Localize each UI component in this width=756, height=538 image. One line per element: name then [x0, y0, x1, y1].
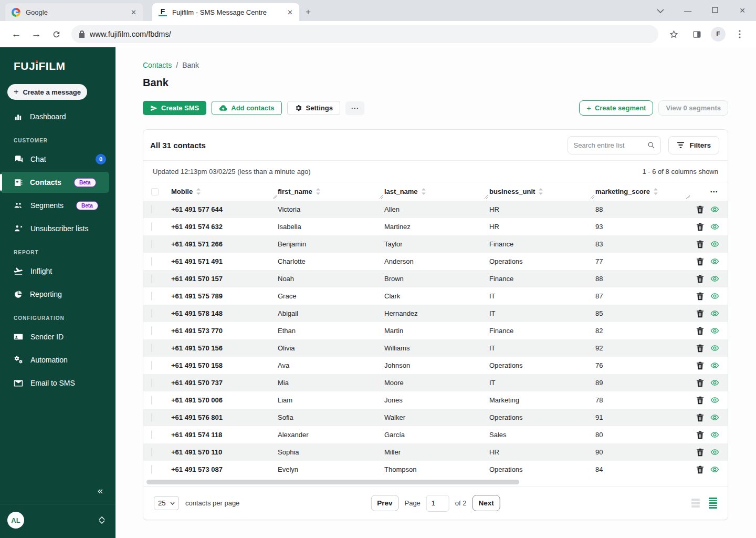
view-contact-button[interactable]: [710, 222, 719, 231]
tab-search-chevron-icon[interactable]: [647, 6, 674, 15]
delete-contact-button[interactable]: [696, 222, 705, 231]
delete-contact-button[interactable]: [696, 396, 705, 405]
bookmark-star-icon[interactable]: [665, 25, 682, 43]
delete-contact-button[interactable]: [696, 326, 705, 335]
view-contact-button[interactable]: [710, 309, 719, 318]
view-contact-button[interactable]: [710, 274, 719, 283]
select-all-checkbox[interactable]: [151, 188, 159, 195]
sidebar-item-unsubscriber-lists[interactable]: Unsubscriber lists: [0, 218, 116, 239]
row-checkbox[interactable]: [151, 240, 152, 249]
row-checkbox[interactable]: [151, 257, 152, 266]
tab-fujifilm[interactable]: F Fujifilm - SMS Message Centre ✕: [152, 3, 299, 21]
row-checkbox[interactable]: [151, 326, 152, 335]
row-checkbox[interactable]: [151, 378, 152, 387]
create-segment-button[interactable]: + Create segment: [579, 100, 653, 116]
column-resize-handle[interactable]: [272, 192, 277, 200]
view-contact-button[interactable]: [710, 448, 719, 457]
view-contact-button[interactable]: [710, 344, 719, 353]
sort-icon[interactable]: [196, 188, 201, 195]
page-number-input[interactable]: [426, 495, 449, 512]
row-checkbox[interactable]: [151, 205, 152, 214]
window-maximize-button[interactable]: [701, 6, 729, 15]
side-panel-icon[interactable]: [688, 25, 706, 43]
breadcrumb-contacts-link[interactable]: Contacts: [143, 61, 172, 69]
delete-contact-button[interactable]: [696, 344, 705, 353]
row-checkbox[interactable]: [151, 292, 152, 301]
delete-contact-button[interactable]: [696, 465, 705, 474]
sidebar-item-sender-id[interactable]: Sender ID: [0, 326, 116, 347]
settings-button[interactable]: Settings: [287, 101, 340, 115]
window-minimize-button[interactable]: —: [674, 6, 701, 15]
row-density-comfortable-button[interactable]: [691, 499, 700, 508]
delete-contact-button[interactable]: [696, 309, 705, 318]
row-checkbox[interactable]: [151, 448, 152, 457]
create-message-button[interactable]: + Create a message: [7, 84, 87, 100]
delete-contact-button[interactable]: [696, 378, 705, 387]
window-close-button[interactable]: ✕: [729, 6, 756, 15]
scrollbar-thumb[interactable]: [146, 480, 519, 484]
delete-contact-button[interactable]: [696, 257, 705, 266]
row-checkbox[interactable]: [151, 413, 152, 422]
sidebar-item-inflight[interactable]: Inflight: [0, 261, 116, 282]
more-actions-button[interactable]: ⋯: [345, 101, 364, 115]
delete-contact-button[interactable]: [696, 361, 705, 370]
view-contact-button[interactable]: [710, 240, 719, 249]
sidebar-item-dashboard[interactable]: Dashboard: [0, 106, 116, 127]
row-checkbox[interactable]: [151, 430, 152, 439]
search-icon[interactable]: [647, 141, 655, 149]
row-checkbox[interactable]: [151, 222, 152, 231]
view-segments-button[interactable]: View 0 segments: [658, 100, 728, 116]
view-contact-button[interactable]: [710, 205, 719, 214]
sort-icon[interactable]: [421, 188, 426, 195]
filters-button[interactable]: Filters: [668, 136, 719, 154]
column-resize-handle[interactable]: [590, 192, 594, 200]
view-contact-button[interactable]: [710, 326, 719, 335]
create-sms-button[interactable]: Create SMS: [143, 101, 206, 115]
sidebar-collapse-button[interactable]: «: [0, 485, 116, 504]
tab-close-icon[interactable]: ✕: [131, 8, 136, 16]
tab-google[interactable]: Google ✕: [5, 3, 143, 21]
reload-button[interactable]: [47, 25, 65, 43]
delete-contact-button[interactable]: [696, 274, 705, 283]
sidebar-item-contacts[interactable]: Contacts Beta: [0, 172, 109, 193]
delete-contact-button[interactable]: [696, 205, 705, 214]
row-checkbox[interactable]: [151, 465, 152, 474]
row-checkbox[interactable]: [151, 274, 152, 283]
column-resize-handle[interactable]: [484, 192, 488, 200]
view-contact-button[interactable]: [710, 430, 719, 439]
browser-profile-avatar[interactable]: F: [711, 27, 726, 42]
view-contact-button[interactable]: [710, 396, 719, 405]
forward-button[interactable]: →: [27, 25, 45, 43]
column-resize-handle[interactable]: [685, 192, 690, 200]
column-options-button[interactable]: ⋯: [691, 182, 728, 201]
column-resize-handle[interactable]: [379, 192, 383, 200]
user-avatar[interactable]: AL: [7, 512, 24, 529]
account-switcher-icon[interactable]: [99, 516, 105, 524]
browser-menu-icon[interactable]: [731, 25, 749, 43]
page-size-select[interactable]: 25: [154, 496, 179, 510]
delete-contact-button[interactable]: [696, 448, 705, 457]
delete-contact-button[interactable]: [696, 240, 705, 249]
view-contact-button[interactable]: [710, 361, 719, 370]
new-tab-button[interactable]: +: [306, 7, 311, 17]
prev-page-button[interactable]: Prev: [371, 495, 398, 511]
row-checkbox[interactable]: [151, 361, 152, 370]
view-contact-button[interactable]: [710, 378, 719, 387]
sidebar-item-reporting[interactable]: Reporting: [0, 284, 116, 305]
sidebar-item-email-to-sms[interactable]: Email to SMS: [0, 373, 116, 394]
next-page-button[interactable]: Next: [472, 495, 500, 511]
sort-icon[interactable]: [653, 188, 658, 195]
search-input[interactable]: [573, 141, 644, 149]
row-checkbox[interactable]: [151, 309, 152, 318]
sidebar-item-automation[interactable]: Automation: [0, 349, 116, 370]
view-contact-button[interactable]: [710, 465, 719, 474]
tab-close-icon[interactable]: ✕: [287, 8, 293, 16]
add-contacts-button[interactable]: Add contacts: [212, 101, 281, 115]
row-checkbox[interactable]: [151, 396, 152, 405]
sidebar-item-chat[interactable]: Chat 0: [0, 149, 116, 170]
sort-icon[interactable]: [316, 188, 321, 195]
view-contact-button[interactable]: [710, 257, 719, 266]
row-checkbox[interactable]: [151, 344, 152, 353]
view-contact-button[interactable]: [710, 413, 719, 422]
address-bar[interactable]: www.fujifilm.com/fbdms/: [71, 25, 658, 43]
